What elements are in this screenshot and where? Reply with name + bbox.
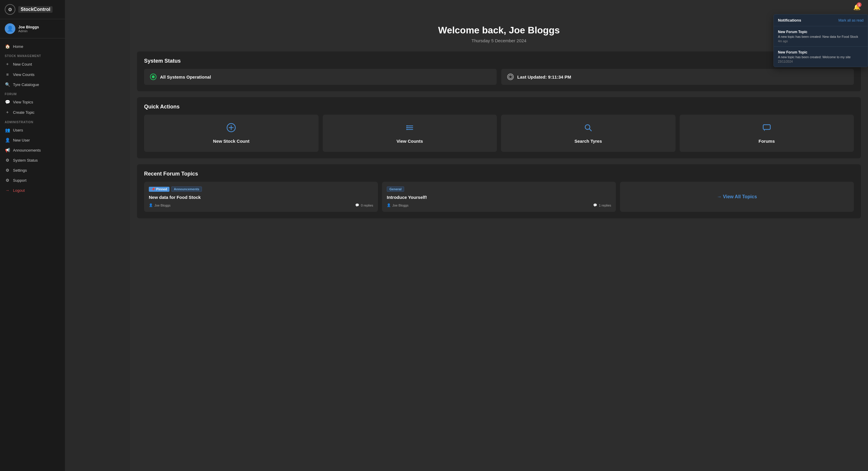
user-role: Admin (18, 29, 39, 33)
notif-item-1-time: 4m ago (778, 39, 864, 43)
sidebar-user-section: 👤 Joe Bloggs Admin (0, 19, 65, 38)
forum-topic-2-author: 👤 Joe Bloggs (387, 203, 408, 207)
sidebar-item-new-count[interactable]: ＋ New Count (0, 59, 65, 69)
notif-item-2-body: A new topic has been created: Welcome to… (778, 55, 864, 59)
forum-grid: 📌 Pinned Announcements New data for Food… (144, 182, 854, 212)
announcements-tag: Announcements (171, 186, 202, 192)
svg-point-7 (406, 127, 407, 128)
main-content: Welcome back, Joe Bloggs Thursday 5 Dece… (130, 0, 868, 471)
user-info: Joe Bloggs Admin (18, 25, 39, 33)
search-tyres-icon (583, 123, 593, 135)
quick-action-search-tyres[interactable]: Search Tyres (501, 115, 676, 152)
notification-item-2: New Forum Topic A new topic has been cre… (774, 47, 868, 67)
sidebar-item-settings-label: Settings (13, 168, 27, 173)
sidebar-item-settings[interactable]: ⚙ Settings (0, 165, 65, 175)
quick-actions-grid: New Stock Count View Counts (144, 115, 854, 152)
list-icon: ≡ (5, 72, 10, 77)
notification-dropdown: Notifications Mark all as read New Forum… (774, 14, 868, 67)
sidebar-item-home-label: Home (13, 44, 23, 49)
new-stock-count-icon (226, 123, 236, 135)
status-row: All Systems Operational Last Updated: 9:… (144, 69, 854, 85)
forum-topic-1-meta: 👤 Joe Bloggs 💬 0 replies (149, 203, 373, 207)
search-icon: 🔍 (5, 82, 10, 87)
sidebar: ⚙ StockControl 👤 Joe Bloggs Admin 🏠 Home… (0, 0, 65, 471)
sidebar-item-view-topics[interactable]: 💬 View Topics (0, 97, 65, 107)
replies-icon-1: 💬 (355, 203, 359, 207)
sidebar-item-home[interactable]: 🏠 Home (0, 41, 65, 51)
sidebar-item-view-counts-label: View Counts (13, 72, 35, 77)
avatar: 👤 (5, 23, 16, 34)
notif-item-2-time: 23/11/2024 (778, 60, 864, 63)
quick-action-search-tyres-label: Search Tyres (575, 139, 602, 144)
sidebar-item-announcements[interactable]: 📢 Announcements (0, 145, 65, 155)
support-icon: ⚙ (5, 178, 10, 183)
forum-topic-2-title: Introduce Yourself! (387, 195, 611, 200)
forum-topic-1-tags: 📌 Pinned Announcements (149, 186, 373, 192)
sidebar-item-logout[interactable]: → Logout (0, 185, 65, 195)
view-all-topics-link[interactable]: → View All Topics (717, 194, 757, 200)
user-name: Joe Bloggs (18, 25, 39, 29)
user-icon-small-2: 👤 (387, 203, 391, 207)
hero-section: Welcome back, Joe Bloggs Thursday 5 Dece… (130, 14, 868, 51)
quick-action-new-stock-count-label: New Stock Count (213, 139, 249, 144)
sidebar-nav: 🏠 Home STOCK MANAGEMENT ＋ New Count ≡ Vi… (0, 38, 65, 471)
notification-button[interactable]: 🔔 1 (851, 2, 862, 12)
svg-point-8 (406, 129, 407, 130)
quick-action-forums[interactable]: Forums (680, 115, 854, 152)
user-icon-small: 👤 (149, 203, 153, 207)
svg-point-6 (406, 125, 407, 126)
notif-item-2-title: New Forum Topic (778, 50, 864, 54)
mark-all-read-button[interactable]: Mark all as read (838, 18, 864, 23)
users-icon: 👥 (5, 128, 10, 133)
status-updated-text: Last Updated: 9:11:34 PM (517, 75, 571, 80)
view-counts-icon (405, 123, 414, 135)
home-icon: 🏠 (5, 44, 10, 49)
status-green-icon (150, 73, 156, 80)
svg-line-10 (589, 129, 591, 131)
forum-topic-2: General Introduce Yourself! 👤 Joe Bloggs… (382, 182, 616, 212)
sidebar-item-users[interactable]: 👥 Users (0, 125, 65, 135)
notification-dropdown-title: Notifications (778, 18, 801, 23)
view-all-topics-card[interactable]: → View All Topics (620, 182, 854, 212)
forum-topic-2-replies: 💬 1 replies (593, 203, 611, 207)
notif-item-1-title: New Forum Topic (778, 30, 864, 34)
sidebar-item-support-label: Support (13, 178, 27, 183)
system-status-title: System Status (144, 58, 854, 64)
notif-item-1-body: A new topic has been created: New data f… (778, 35, 864, 38)
sidebar-item-support[interactable]: ⚙ Support (0, 175, 65, 185)
pinned-tag: 📌 Pinned (149, 187, 169, 192)
app-name: StockControl (18, 6, 53, 13)
section-label-forum: FORUM (0, 90, 65, 97)
sidebar-item-tyre-catalogue[interactable]: 🔍 Tyre Catalogue (0, 80, 65, 90)
recent-forum-title: Recent Forum Topics (144, 171, 854, 177)
sidebar-item-users-label: Users (13, 128, 23, 133)
quick-action-view-counts-label: View Counts (397, 139, 423, 144)
quick-action-view-counts[interactable]: View Counts (323, 115, 497, 152)
sidebar-item-new-user[interactable]: 👤 New User (0, 135, 65, 145)
system-status-card: System Status All Systems Operational La… (137, 51, 861, 91)
sidebar-header: ⚙ StockControl (0, 0, 65, 19)
status-outline-icon (507, 73, 514, 80)
notification-dropdown-header: Notifications Mark all as read (774, 14, 868, 26)
announce-icon: 📢 (5, 148, 10, 152)
system-icon: ⚙ (5, 158, 10, 163)
sidebar-item-new-user-label: New User (13, 138, 30, 142)
logout-icon: → (5, 188, 10, 193)
notification-badge: 1 (857, 2, 862, 7)
forums-icon (762, 123, 771, 135)
recent-forum-card: Recent Forum Topics 📌 Pinned Announcemen… (137, 164, 861, 218)
hero-title: Welcome back, Joe Bloggs (139, 25, 859, 36)
app-logo-icon: ⚙ (5, 4, 16, 15)
sidebar-item-announcements-label: Announcements (13, 148, 41, 152)
forum-topic-2-tags: General (387, 186, 611, 192)
general-tag: General (387, 186, 404, 192)
quick-action-new-stock-count[interactable]: New Stock Count (144, 115, 318, 152)
svg-rect-11 (763, 125, 770, 129)
sidebar-item-system-status[interactable]: ⚙ System Status (0, 155, 65, 165)
status-box-operational: All Systems Operational (144, 69, 497, 85)
status-box-updated: Last Updated: 9:11:34 PM (501, 69, 854, 85)
topbar: 🔔 1 Notifications Mark all as read New F… (65, 0, 868, 14)
plus-icon: ＋ (5, 61, 10, 67)
sidebar-item-create-topic[interactable]: ＋ Create Topic (0, 107, 65, 118)
sidebar-item-view-counts[interactable]: ≡ View Counts (0, 69, 65, 80)
